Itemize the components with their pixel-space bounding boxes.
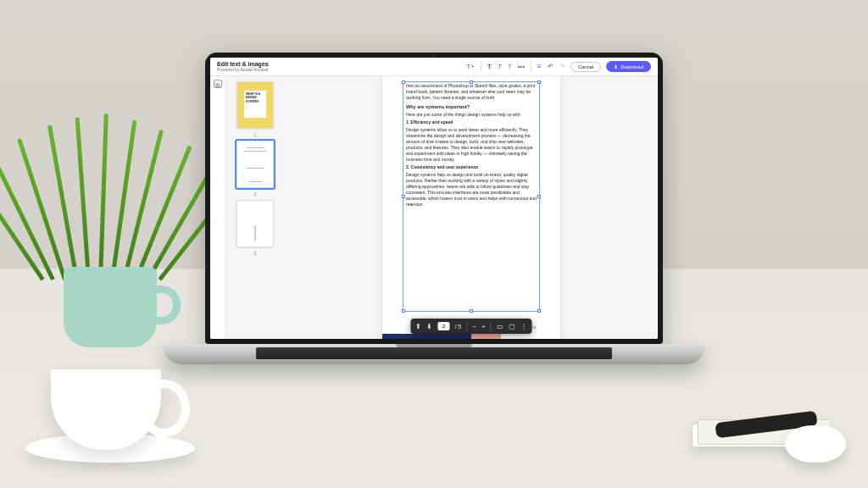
panel-toggle-icon[interactable]: ▧ (214, 80, 222, 88)
thumbnail-number: 3 (254, 251, 257, 256)
thumbnail-page-1[interactable]: WHAT IS A DESIGN SYSTEM? (236, 81, 274, 129)
document-viewport[interactable]: than an assortment of Photoshop or Sketc… (285, 76, 658, 339)
align-icon[interactable]: ≡ (537, 64, 542, 70)
mouse-decor (785, 425, 846, 463)
app-header: Edit text & images Powered by Adobe Acro… (210, 58, 658, 76)
zoom-in-icon[interactable]: + (481, 323, 486, 330)
page-title: Edit text & images (217, 61, 269, 67)
undo-icon[interactable]: ↶ (548, 64, 554, 70)
text-style-icon[interactable]: T (487, 64, 492, 70)
thumbnail-page-3[interactable] (236, 200, 274, 247)
page-total: / 5 (454, 324, 461, 330)
italic-icon[interactable]: T (498, 64, 502, 70)
fit-width-icon[interactable]: ▭ (497, 323, 504, 330)
more-viewer-icon[interactable]: ⋮ (520, 323, 527, 330)
selection-frame[interactable] (403, 81, 540, 312)
thumbnail-number: 1 (254, 132, 257, 137)
nav-up-icon[interactable]: ⬆ (415, 323, 421, 330)
laptop: Edit text & images Powered by Adobe Acro… (205, 53, 663, 364)
plant-decor (34, 127, 178, 347)
left-toolbar: ▧ (210, 76, 225, 339)
viewer-toolbar: ⬆ ⬇ 2 / 5 − + ▭ ▢ ⋮ (410, 319, 531, 334)
download-icon: ⬇ (614, 64, 618, 69)
cancel-button[interactable]: Cancel (570, 62, 602, 72)
format-toolbar: T+ T T T ••• ≡ ↶ ↷ (466, 62, 565, 72)
next-page-peek (382, 334, 560, 339)
more-icon[interactable]: ••• (518, 64, 525, 70)
redo-icon[interactable]: ↷ (559, 64, 565, 70)
thumbnail-page-2[interactable] (236, 141, 274, 188)
document-page[interactable]: than an assortment of Photoshop or Sketc… (382, 76, 560, 339)
thumbnail-number: 2 (254, 191, 257, 197)
add-text-icon[interactable]: T+ (466, 64, 475, 70)
zoom-out-icon[interactable]: − (472, 323, 476, 330)
nav-down-icon[interactable]: ⬇ (426, 323, 432, 330)
fit-page-icon[interactable]: ▢ (509, 323, 515, 330)
thumbnail-panel: WHAT IS A DESIGN SYSTEM? 1 2 (225, 76, 285, 339)
download-button[interactable]: ⬇ Download (606, 61, 651, 72)
text-effects-icon[interactable]: T (508, 64, 512, 70)
page-subtitle: Powered by Adobe Acrobat (217, 67, 269, 72)
page-input[interactable]: 2 (437, 322, 449, 330)
